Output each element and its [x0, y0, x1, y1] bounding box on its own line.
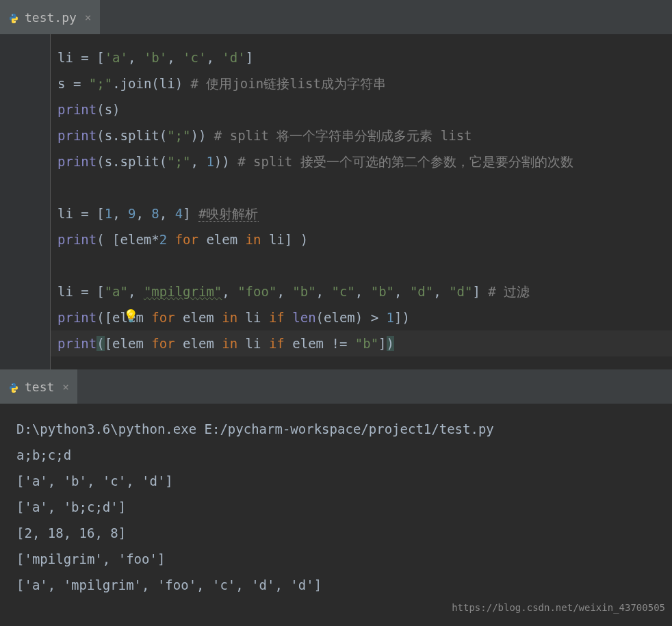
- code-line: li = [1, 9, 8, 4] #映射解析: [57, 200, 665, 226]
- run-output[interactable]: D:\python3.6\python.exe E:/pycharm-works…: [0, 404, 672, 626]
- code-content[interactable]: 💡 li = ['a', 'b', 'c', 'd'] s = ";".join…: [51, 34, 672, 369]
- svg-point-3: [14, 391, 15, 391]
- output-line: D:\python3.6\python.exe E:/pycharm-works…: [16, 416, 656, 442]
- output-line: ['a', 'b', 'c', 'd']: [16, 468, 656, 494]
- python-file-icon: [8, 12, 19, 23]
- editor-gutter: [0, 34, 51, 369]
- close-tab-icon[interactable]: ×: [85, 11, 92, 24]
- output-line: [2, 18, 16, 8]: [16, 520, 656, 546]
- run-tab-bar: test ×: [0, 369, 672, 404]
- code-editor[interactable]: 💡 li = ['a', 'b', 'c', 'd'] s = ";".join…: [0, 34, 672, 369]
- svg-point-2: [12, 384, 12, 384]
- editor-tab-bar: test.py ×: [0, 0, 672, 34]
- code-line: print( [elem*2 for elem in li] ): [57, 226, 665, 252]
- editor-tab[interactable]: test.py ×: [0, 0, 100, 34]
- code-line: print(s.split(";")) # split 将一个字符串分割成多元素…: [57, 122, 665, 148]
- code-line: print(s): [57, 96, 665, 122]
- code-line: [57, 174, 665, 200]
- code-line: li = ['a', 'b', 'c', 'd']: [57, 44, 665, 70]
- code-line: [57, 252, 665, 278]
- svg-point-0: [12, 14, 12, 15]
- code-line: li = ["a", "mpilgrim", "foo", "b", "c", …: [57, 278, 665, 304]
- output-line: a;b;c;d: [16, 442, 656, 468]
- output-line: ['a', 'b;c;d']: [16, 494, 656, 520]
- watermark-text: https://blog.csdn.net/weixin_43700505: [452, 595, 665, 621]
- tab-filename: test.py: [25, 10, 77, 25]
- svg-point-1: [14, 21, 15, 22]
- run-tab-name: test: [25, 380, 54, 394]
- run-tab[interactable]: test ×: [0, 369, 77, 404]
- code-line: print([elem for elem in li if len(elem) …: [57, 304, 665, 330]
- python-run-icon: [8, 381, 19, 392]
- lightbulb-icon[interactable]: 💡: [123, 303, 138, 329]
- close-run-tab-icon[interactable]: ×: [62, 380, 69, 393]
- output-line: ['mpilgrim', 'foo']: [16, 546, 656, 572]
- code-line: print(s.split(";", 1)) # split 接受一个可选的第二…: [57, 148, 665, 174]
- code-line: s = ";".join(li) # 使用join链接list成为字符串: [57, 70, 665, 96]
